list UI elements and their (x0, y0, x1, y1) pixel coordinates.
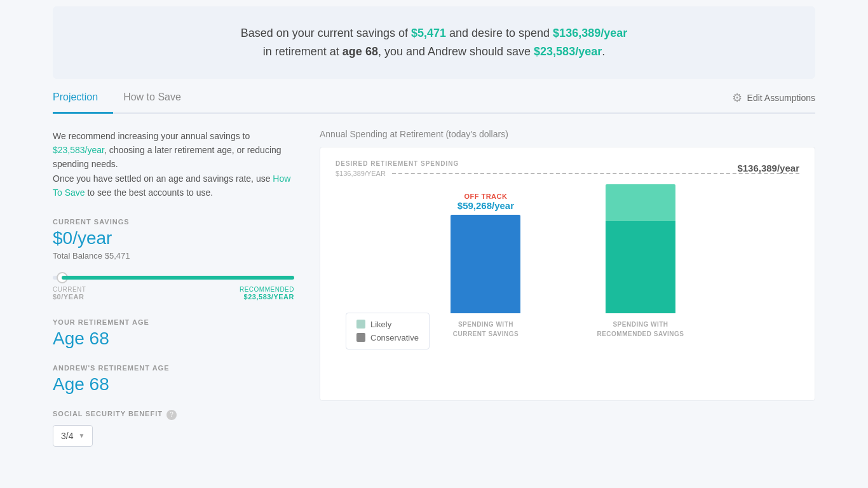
desired-dashed-line: $136,389/year (392, 173, 799, 174)
current-bar-value: $59,268/year (458, 200, 514, 211)
legend-swatch-conservative (356, 333, 365, 342)
ss-header: SOCIAL SECURITY BENEFIT ? (53, 410, 294, 420)
tab-how-to-save[interactable]: How to Save (123, 84, 196, 114)
header-mid3: , you and Andrew should save (378, 45, 534, 58)
chart-legend: Likely Conservative (346, 313, 430, 349)
current-savings-section: CURRENT SAVINGS $0/year Total Balance $5… (53, 218, 294, 261)
rec-bar-bottom-label: SPENDING WITHRECOMMENDED SAVINGS (597, 320, 684, 339)
header-mid2: in retirement at (263, 45, 342, 58)
left-panel: We recommend increasing your annual savi… (53, 129, 294, 462)
your-retirement-age-label: YOUR RETIREMENT AGE (53, 318, 294, 326)
desired-amount-left: $136,389/YEAR (336, 170, 386, 177)
chart-container: DESIRED RETIREMENT SPENDING $136,389/YEA… (320, 147, 815, 401)
slider-current-label: CURRENT $0/YEAR (53, 286, 86, 301)
header-banner: Based on your current savings of $5,471 … (53, 6, 815, 79)
recommended-save: $23,583/year (534, 45, 602, 58)
legend-swatch-likely (356, 320, 365, 329)
gear-icon: ⚙ (732, 91, 742, 105)
rec-amount-link[interactable]: $23,583/year (53, 145, 104, 155)
slider-track (53, 276, 294, 280)
desired-label: DESIRED RETIREMENT SPENDING (336, 160, 799, 167)
tabs-row: Projection How to Save ⚙ Edit Assumption… (53, 79, 815, 114)
retirement-age-label: age 68 (342, 45, 378, 58)
your-retirement-age-section: YOUR RETIREMENT AGE Age 68 (53, 318, 294, 349)
current-savings-label: CURRENT SAVINGS (53, 218, 294, 226)
edit-assumptions-button[interactable]: ⚙ Edit Assumptions (732, 91, 815, 105)
andrews-retirement-age-label: ANDREW'S RETIREMENT AGE (53, 364, 294, 372)
rec-text4: to see the best accounts to use. (85, 187, 214, 198)
main-content: We recommend increasing your annual savi… (53, 129, 815, 462)
chart-title: Annual Spending at Retirement (today's d… (320, 129, 815, 139)
bar-recommended-savings: SPENDING WITHRECOMMENDED SAVINGS (597, 154, 684, 339)
chevron-down-icon: ▼ (78, 432, 85, 439)
current-savings-highlight: $5,471 (411, 27, 446, 39)
rec-text1: We recommend increasing your annual savi… (53, 131, 250, 141)
rec-bar-bottom (606, 221, 675, 313)
total-balance-label: Total Balance $5,471 (53, 251, 294, 261)
slider-labels: CURRENT $0/YEAR RECOMMENDED $23,583/YEAR (53, 286, 294, 301)
savings-slider-container: CURRENT $0/YEAR RECOMMENDED $23,583/YEAR (53, 276, 294, 301)
legend-label-conservative: Conservative (370, 333, 419, 342)
ss-dropdown-value: 3/4 (61, 431, 73, 441)
current-savings-value: $0/year (53, 228, 294, 248)
current-bar-body (451, 215, 520, 313)
tabs-left: Projection How to Save (53, 84, 207, 112)
right-panel: Annual Spending at Retirement (today's d… (320, 129, 815, 462)
desired-spend: $136,389/year (553, 27, 627, 39)
andrews-retirement-age-section: ANDREW'S RETIREMENT AGE Age 68 (53, 364, 294, 395)
header-end: . (602, 45, 605, 58)
social-security-section: SOCIAL SECURITY BENEFIT ? 3/4 ▼ (53, 410, 294, 447)
current-bar-bottom-label: SPENDING WITHCURRENT SAVINGS (453, 320, 519, 339)
your-retirement-age-value: Age 68 (53, 329, 294, 349)
page-wrapper: Based on your current savings of $5,471 … (53, 0, 815, 462)
header-line2: in retirement at age 68, you and Andrew … (78, 43, 790, 61)
desired-amount-right: $136,389/year (737, 163, 799, 173)
legend-item-likely: Likely (356, 320, 419, 329)
rec-text3: Once you have settled on an age and savi… (53, 173, 273, 184)
header-intro: Based on your current savings of (241, 27, 411, 39)
question-icon[interactable]: ? (166, 410, 177, 420)
recommendation-text: We recommend increasing your annual savi… (53, 129, 294, 200)
desired-line-row: $136,389/YEAR $136,389/year (336, 170, 799, 177)
header-line1: Based on your current savings of $5,471 … (78, 24, 790, 43)
off-track-label: OFF TRACK (458, 193, 514, 200)
slider-recommended-label: RECOMMENDED $23,583/YEAR (240, 286, 294, 301)
tab-projection[interactable]: Projection (53, 84, 113, 114)
rec-bar-top (606, 184, 675, 221)
legend-item-conservative: Conservative (356, 333, 419, 342)
andrews-retirement-age-value: Age 68 (53, 374, 294, 395)
legend-label-likely: Likely (370, 320, 391, 329)
ss-dropdown[interactable]: 3/4 ▼ (53, 425, 93, 447)
bar-rec-body (606, 184, 675, 313)
bar-current-savings: OFF TRACK $59,268/year SPENDING WITHCURR… (451, 193, 520, 339)
ss-label: SOCIAL SECURITY BENEFIT (53, 410, 163, 417)
header-mid1: and desire to spend (446, 27, 553, 39)
bar-current-label-top: OFF TRACK $59,268/year (458, 193, 514, 211)
slider-fill (62, 276, 294, 280)
desired-line-area: DESIRED RETIREMENT SPENDING $136,389/YEA… (336, 160, 799, 177)
edit-assumptions-label: Edit Assumptions (747, 93, 815, 103)
